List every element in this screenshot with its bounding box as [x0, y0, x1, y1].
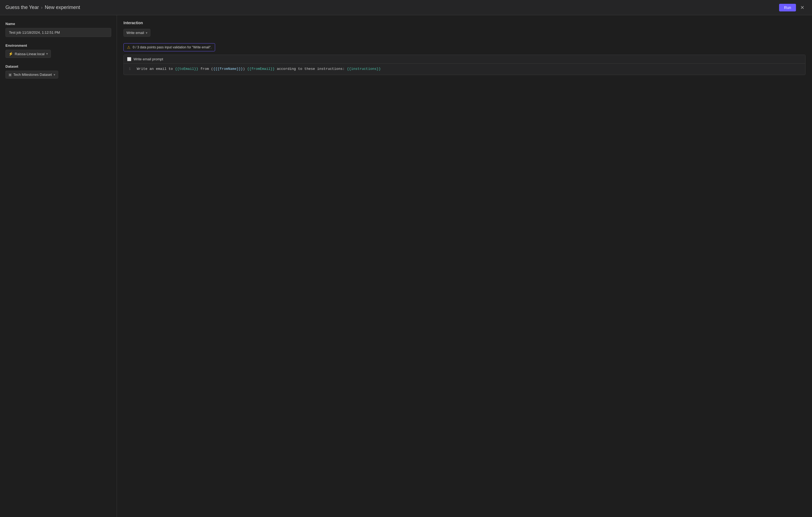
right-panel: Interaction Write email ▾ ⚠ 0 / 3 data p…	[117, 15, 812, 517]
line-numbers: 1	[124, 66, 134, 72]
dataset-label: Dataset	[5, 64, 111, 68]
breadcrumb-separator: ›	[41, 5, 42, 10]
prompt-block: ⬜ Write email prompt 1 Write an email to…	[123, 55, 806, 75]
environment-section: Environment ⚡ Raissa-Linear.local ▾	[5, 43, 111, 58]
prompt-code-area: 1 Write an email to {{toEmail}} from ({{…	[124, 64, 805, 75]
breadcrumb-current: New experiment	[45, 5, 80, 10]
run-button[interactable]: Run	[779, 4, 796, 11]
name-section: Name	[5, 22, 111, 37]
validation-warning-text: 0 / 3 data points pass input validation …	[133, 45, 211, 49]
prompt-title: Write email prompt	[134, 57, 163, 61]
validation-warning: ⚠ 0 / 3 data points pass input validatio…	[123, 43, 215, 51]
chevron-down-icon-interaction: ▾	[146, 31, 147, 35]
interaction-dropdown[interactable]: Write email ▾	[123, 29, 150, 37]
name-input[interactable]	[5, 28, 111, 37]
interaction-dropdown-label: Write email	[126, 31, 144, 35]
chevron-down-icon: ▾	[46, 52, 48, 56]
prompt-header: ⬜ Write email prompt	[124, 55, 805, 64]
header-actions: Run ✕	[779, 4, 807, 11]
dataset-file-icon: ▣	[8, 72, 12, 77]
breadcrumb: Guess the Year › New experiment	[5, 5, 80, 10]
code-content[interactable]: Write an email to {{toEmail}} from ({{{f…	[134, 66, 805, 72]
dataset-value: Tech Milestones Dataset	[13, 72, 52, 77]
breadcrumb-link[interactable]: Guess the Year	[5, 5, 39, 10]
left-panel: Name Environment ⚡ Raissa-Linear.local ▾…	[0, 15, 117, 517]
main-content: Name Environment ⚡ Raissa-Linear.local ▾…	[0, 15, 812, 517]
environment-dropdown[interactable]: ⚡ Raissa-Linear.local ▾	[5, 50, 51, 58]
environment-label: Environment	[5, 43, 111, 48]
interaction-label: Interaction	[123, 21, 806, 25]
environment-value: Raissa-Linear.local	[15, 52, 45, 56]
file-icon: ⬜	[127, 57, 132, 61]
chevron-down-icon-dataset: ▾	[54, 73, 55, 77]
dataset-dropdown[interactable]: ▣ Tech Milestones Dataset ▾	[5, 71, 58, 79]
name-label: Name	[5, 22, 111, 26]
header: Guess the Year › New experiment Run ✕	[0, 0, 812, 15]
warning-icon: ⚠	[127, 45, 130, 50]
app-container: Guess the Year › New experiment Run ✕ Na…	[0, 0, 812, 517]
close-button[interactable]: ✕	[798, 4, 807, 11]
dataset-section: Dataset ▣ Tech Milestones Dataset ▾	[5, 64, 111, 79]
lightning-icon: ⚡	[8, 52, 13, 56]
